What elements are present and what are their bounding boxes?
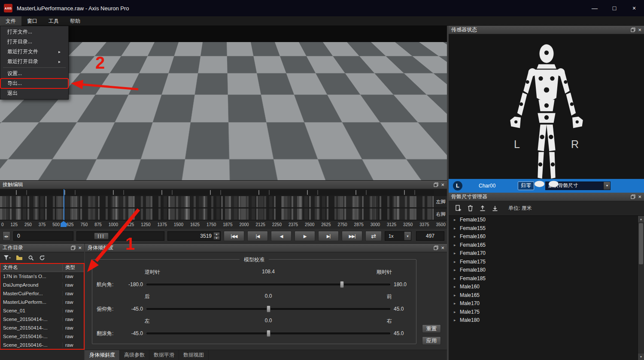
list-item[interactable]: ▸ Female155	[449, 224, 638, 233]
import-icon[interactable]	[479, 205, 486, 212]
clip-end-field[interactable]: 3519 ▲▼	[167, 231, 221, 241]
menu-item-settings[interactable]: 设置...	[0, 69, 68, 79]
add-skeleton-icon[interactable]	[455, 205, 462, 212]
delete-skeleton-icon[interactable]	[467, 205, 474, 212]
list-item[interactable]: ▸ Female180	[449, 266, 638, 275]
range-spin-icon[interactable]: ◀▶	[3, 231, 10, 241]
list-item[interactable]: ▸ Female165	[449, 241, 638, 249]
file-table-header[interactable]: 文件名 类型	[0, 263, 84, 272]
timeline-playhead[interactable]	[64, 189, 64, 220]
expand-arrow-icon[interactable]: ▸	[454, 260, 460, 264]
open-folder-icon[interactable]	[16, 255, 23, 260]
column-filename[interactable]: 文件名	[0, 264, 63, 271]
list-item[interactable]: ▸ Male170	[449, 299, 638, 308]
close-panel-icon[interactable]: ×	[638, 27, 641, 33]
list-item[interactable]: ▸ Female170	[449, 249, 638, 258]
pitch-slider-handle[interactable]	[267, 306, 270, 312]
menu-window[interactable]: 窗口	[21, 16, 43, 26]
yaw-slider[interactable]	[146, 281, 390, 288]
expand-arrow-icon[interactable]: ▸	[454, 234, 460, 239]
float-panel-icon[interactable]	[71, 245, 76, 250]
roll-slider-handle[interactable]	[267, 330, 270, 337]
tab-body-tilt[interactable]: 身体倾斜度	[85, 350, 120, 360]
expand-arrow-icon[interactable]: ▸	[454, 268, 460, 272]
list-item[interactable]: ▸ Female160	[449, 233, 638, 241]
apply-button[interactable]: 应用	[422, 336, 441, 345]
expand-arrow-icon[interactable]: ▸	[454, 243, 460, 247]
play-button[interactable]: ▶	[295, 231, 315, 241]
table-row[interactable]: 17N in Tristan's O... raw	[0, 272, 84, 281]
table-row[interactable]: Scene_20150416-... raw	[0, 332, 84, 341]
float-panel-icon[interactable]	[631, 27, 635, 32]
menu-item-recent-directories[interactable]: 最近打开目录▸	[0, 57, 68, 67]
float-panel-icon[interactable]	[631, 194, 635, 199]
tab-data-smoothing[interactable]: 数据平滑	[149, 350, 179, 360]
export-icon[interactable]	[492, 205, 498, 212]
reset-button[interactable]: 重置	[422, 324, 441, 333]
expand-arrow-icon[interactable]: ▸	[454, 284, 460, 289]
close-panel-icon[interactable]: ×	[441, 182, 444, 188]
end-spinner[interactable]: ▲▼	[213, 232, 220, 240]
table-row[interactable]: Scene_20150414-... raw	[0, 324, 84, 332]
column-type[interactable]: 类型	[63, 264, 84, 271]
dropdown-arrow-icon[interactable]: ▼	[603, 182, 610, 190]
speed-select[interactable]: 1x ▼	[385, 231, 411, 241]
minimize-button[interactable]: —	[585, 0, 605, 16]
timeline-ruler[interactable]: 0125250375500625750875100011251250137515…	[0, 220, 447, 229]
loop-button[interactable]: ⇄	[365, 231, 382, 241]
expand-arrow-icon[interactable]: ▸	[454, 293, 460, 297]
clip-start-field[interactable]: 0	[13, 231, 73, 241]
expand-arrow-icon[interactable]: ▸	[454, 276, 460, 281]
expand-arrow-icon[interactable]: ▸	[454, 310, 460, 314]
scroll-down-icon[interactable]: ▼	[638, 354, 644, 360]
menu-help[interactable]: 帮助	[64, 16, 86, 26]
scroll-up-icon[interactable]: ▲	[638, 216, 644, 222]
left-foot-contact-track[interactable]	[0, 196, 434, 207]
expand-arrow-icon[interactable]: ▸	[454, 226, 460, 230]
list-item[interactable]: ▸ Male175	[449, 308, 638, 316]
menu-item-recent-files[interactable]: 最近打开文件▸	[0, 47, 68, 57]
search-icon[interactable]	[28, 255, 34, 261]
list-item[interactable]: ▸ Male160	[449, 283, 638, 291]
close-panel-icon[interactable]: ×	[441, 245, 444, 251]
scrollbar[interactable]: ▲ ▼	[638, 216, 644, 360]
table-row[interactable]: MasterCuiPerfor... raw	[0, 289, 84, 298]
roll-slider[interactable]	[146, 330, 390, 337]
expand-arrow-icon[interactable]: ▸	[454, 218, 460, 222]
scrollbar-thumb[interactable]	[639, 223, 643, 264]
table-row[interactable]: Scene_20150414-... raw	[0, 315, 84, 324]
timeline-range-scrollbar[interactable]: |||	[76, 231, 164, 241]
tab-data-view[interactable]: 数据视图	[179, 350, 209, 360]
table-row[interactable]: DaiJumpAround raw	[0, 281, 84, 289]
menu-tools[interactable]: 工具	[43, 16, 64, 26]
float-panel-icon[interactable]	[434, 182, 438, 187]
menu-item-open-directory[interactable]: 打开目录...	[0, 37, 68, 47]
close-panel-icon[interactable]: ×	[638, 194, 641, 200]
go-start-button[interactable]: |◀◀	[224, 231, 244, 241]
refresh-icon[interactable]	[39, 255, 45, 261]
expand-arrow-icon[interactable]: ▸	[454, 301, 460, 306]
list-item[interactable]: ▸ Male180	[449, 316, 638, 325]
list-item[interactable]: ▸ Female175	[449, 257, 638, 266]
timeline-marker-strip[interactable]	[0, 190, 434, 195]
table-row[interactable]: Scene_20150416-... raw	[0, 341, 84, 349]
filter-icon[interactable]	[3, 255, 11, 261]
list-item[interactable]: ▸ Female185	[449, 274, 638, 283]
float-panel-icon[interactable]	[434, 245, 438, 250]
list-item[interactable]: ▸ Male165	[449, 291, 638, 299]
next-frame-button[interactable]: ▶|	[318, 231, 339, 241]
tab-advanced-params[interactable]: 高级参数	[120, 350, 149, 360]
close-button[interactable]: ×	[624, 0, 644, 16]
right-foot-contact-track[interactable]	[0, 209, 434, 220]
prev-frame-button[interactable]: |◀	[247, 231, 268, 241]
play-backward-button[interactable]: ◀	[271, 231, 292, 241]
menu-item-open-file[interactable]: 打开文件...	[0, 27, 68, 37]
menu-item-exit[interactable]: 退出	[0, 88, 68, 98]
yaw-slider-handle[interactable]	[340, 281, 344, 288]
pitch-slider[interactable]	[146, 305, 390, 313]
menu-item-export[interactable]: 导出...	[0, 79, 68, 88]
go-end-button[interactable]: ▶▶|	[342, 231, 362, 241]
table-row[interactable]: Scene_01 raw	[0, 306, 84, 315]
range-thumb[interactable]: |||	[94, 233, 109, 239]
table-row[interactable]: MasterLiuPerform... raw	[0, 298, 84, 306]
